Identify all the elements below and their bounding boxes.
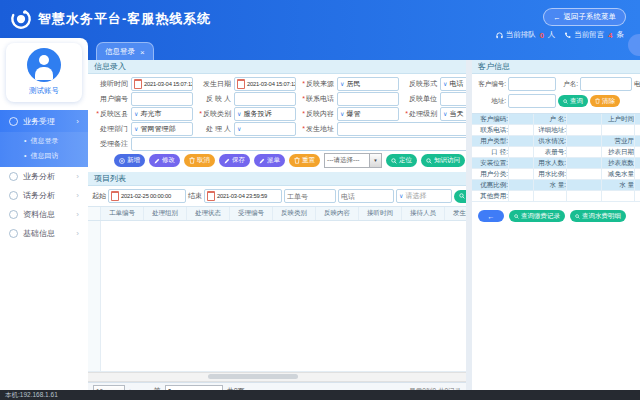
grid-value [509,114,534,124]
column-header[interactable]: 处理状态 [187,207,230,220]
search-button[interactable]: 查询 [454,190,466,203]
project-list-section-header: 项目列表 [88,172,466,186]
checkbox-column-header[interactable] [88,207,101,220]
info-entry-section-header: 信息录入 [88,60,466,74]
column-header[interactable]: 发生区县 [445,207,466,220]
template-select[interactable]: ---请选择--- ▼ [324,153,382,168]
filter-combobox[interactable]: ∨请选择 [396,189,452,203]
sidebar-subitem-info-entry[interactable]: • 信息登录 [0,133,88,148]
knowledge-button[interactable]: 知识访问 [421,154,465,167]
collapse-panel-button[interactable]: ← [478,210,504,222]
listen-time-input[interactable]: 2021-03-04 15:07:12 [131,77,193,91]
column-header[interactable]: 处理组别 [144,207,187,220]
message-unit: 条 [617,30,625,40]
queue-label: 当前排队 [506,30,536,40]
content-combobox[interactable]: ∨爆管 [337,107,399,121]
form-type-combobox[interactable]: ∨电话 [440,77,466,91]
sidebar-item-call-analysis[interactable]: 话务分析 › [0,186,88,205]
customer-grid-row: 用户类型: 供水情况: 营业厅 [472,136,640,147]
address-input[interactable] [337,122,466,136]
sidebar-item-business-analysis[interactable]: 业务分析 › [0,167,88,186]
customer-no-input[interactable] [508,77,556,91]
pencil-icon [154,158,160,164]
handler-combobox[interactable]: ∨ [234,122,296,136]
sidebar-item-data-info[interactable]: 资料信息 › [0,205,88,224]
order-no-input[interactable] [284,189,336,203]
message-count: 4 [608,31,612,40]
customer-grid-row: 联系电话: 详细地址: [472,125,640,136]
water-fee-details-button[interactable]: 查询水费明细 [570,210,626,222]
field-label: 用户编号 [90,94,131,104]
column-header[interactable]: 接听时间 [359,207,402,220]
phone-label: 电话 [634,80,640,89]
grid-value [567,158,602,168]
sidebar-item-business-accept[interactable]: 业务受理 › [0,110,88,132]
dept-combobox[interactable]: ∨管网管理部 [131,122,193,136]
column-header[interactable]: 接待人员 [402,207,445,220]
customer-grid-row: 其他费用: [472,191,640,202]
grid-value [509,158,534,168]
grid-value [509,169,534,179]
user-no-input[interactable] [131,92,193,106]
search-icon [514,214,519,219]
field-label: 反 映 人 [193,94,234,104]
add-button[interactable]: 新增 [114,154,145,167]
save-button[interactable]: 保存 [219,154,250,167]
tab-info-entry[interactable]: 信息登录 × [96,42,154,61]
chevron-down-icon: ∨ [443,81,447,87]
remark-input[interactable] [131,137,466,151]
customer-grid-row: 口 径: 表册号: 抄表日期 [472,147,640,158]
dispatch-button[interactable]: 派单 [254,154,285,167]
worklist-table-header: 工单编号处理组别处理状态受理编号反映类别反映内容接听时间接待人员发生区县发生地址 [88,206,466,221]
customer-query-button[interactable]: 查询 [558,95,588,107]
scrollbar-thumb[interactable] [208,374,298,379]
contact-phone-input[interactable] [337,92,399,106]
grid-value [635,169,640,179]
grid-value [567,191,602,201]
county-combobox[interactable]: ∨寿光市 [131,107,193,121]
household-name-input[interactable] [580,77,632,91]
address-search-input[interactable] [508,94,556,108]
category-combobox[interactable]: ∨服务投诉 [234,107,296,121]
grid-value [509,136,534,146]
source-combobox[interactable]: ∨居民 [337,77,399,91]
cancel-button[interactable]: 取消 [184,154,215,167]
reporter-input[interactable] [234,92,296,106]
column-header[interactable]: 受理编号 [230,207,273,220]
chevron-right-icon: › [76,191,79,200]
unit-input[interactable] [440,92,466,106]
bullet-icon: • [24,152,26,159]
trash-icon [595,98,600,104]
sidebar-item-base-info[interactable]: 基础信息 › [0,224,88,243]
bullet-icon: • [24,137,26,144]
pagination-bar: 10 ▼ | |◀ ◀ 第 共0页 ▶ ▶| ↻ 显示0到0,共0记录 [88,382,466,390]
field-label: 反映区县 [90,109,131,119]
occur-date-input[interactable]: 2021-03-04 15:07:12 [234,77,296,91]
reset-button[interactable]: 重置 [289,154,320,167]
close-icon[interactable]: × [140,48,145,57]
dropdown-arrow-icon[interactable]: ▼ [369,154,381,167]
locate-button[interactable]: 定位 [386,154,417,167]
horizontal-scrollbar[interactable] [88,372,466,382]
trash-icon [189,157,195,164]
calendar-icon [111,191,119,201]
message-label: 当前留言 [574,30,604,40]
level-combobox[interactable]: ∨当天 [440,107,466,121]
edge-circle-button[interactable] [628,34,640,56]
column-header[interactable]: 反映内容 [316,207,359,220]
modify-button[interactable]: 修改 [149,154,180,167]
end-date-input[interactable]: 2021-03-04 23:59:59 [204,189,282,203]
customer-grid-row: 安装位置: 用水人数: 抄表底数 [472,158,640,169]
column-header[interactable]: 反映类别 [273,207,316,220]
customer-buttons: ← 查询缴费记录 查询水费明细 [478,210,640,222]
column-header[interactable]: 工单编号 [101,207,144,220]
start-date-input[interactable]: 2021-02-25 00:00:00 [108,189,186,203]
calendar-icon [134,79,142,89]
payment-records-button[interactable]: 查询缴费记录 [509,210,565,222]
chevron-down-icon: ∨ [237,126,241,132]
customer-clear-button[interactable]: 清除 [590,95,620,107]
phone-filter-input[interactable] [338,189,394,203]
return-subsystem-button[interactable]: ← 返回子系统菜单 [543,8,626,26]
sidebar-subitem-info-callback[interactable]: • 信息回访 [0,148,88,163]
worklist-table-body [88,221,466,372]
